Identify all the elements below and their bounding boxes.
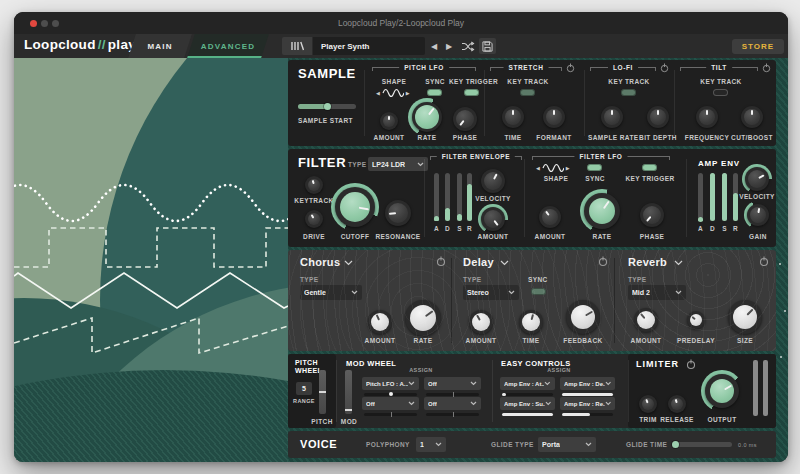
lofi-key-track-toggle[interactable] bbox=[621, 89, 636, 96]
mod-slot3-amount-slider[interactable] bbox=[364, 413, 417, 416]
pitch-lfo-rate-knob[interactable] bbox=[412, 102, 442, 132]
filter-env-amount-knob[interactable] bbox=[481, 207, 505, 231]
filter-cutoff-knob[interactable] bbox=[335, 187, 375, 227]
shape-next-icon[interactable]: ▶ bbox=[566, 165, 570, 171]
reverb-predelay-knob[interactable] bbox=[687, 311, 705, 329]
stretch-time-knob[interactable] bbox=[502, 106, 524, 128]
easy-slot3-slider[interactable] bbox=[502, 413, 553, 416]
filter-lfo-rate-knob[interactable] bbox=[584, 193, 620, 229]
mod-wheel[interactable] bbox=[345, 370, 352, 414]
amp-env-velocity-knob[interactable] bbox=[745, 167, 769, 191]
preset-save-button[interactable] bbox=[479, 38, 496, 54]
limiter-output-knob[interactable] bbox=[705, 374, 739, 408]
preset-browse-button[interactable] bbox=[282, 37, 312, 55]
store-button[interactable]: STORE bbox=[732, 39, 784, 54]
stretch-power-icon[interactable] bbox=[566, 63, 575, 73]
amp-env-sustain-slider[interactable] bbox=[722, 173, 727, 221]
reverb-size-knob[interactable] bbox=[728, 300, 762, 334]
easy-slot4-slider[interactable] bbox=[562, 413, 613, 416]
tab-main-label[interactable]: MAIN bbox=[132, 42, 188, 51]
shape-next-icon[interactable]: ▶ bbox=[406, 90, 410, 96]
polyphony-dropdown[interactable]: 1 bbox=[416, 437, 446, 452]
filter-lfo-key-trigger-toggle[interactable] bbox=[642, 164, 657, 171]
mod-slot4-amount-slider[interactable] bbox=[426, 413, 479, 416]
glide-time-slider[interactable] bbox=[672, 442, 732, 447]
easy-slot4-dropdown[interactable]: Amp Env : Re... bbox=[560, 397, 615, 410]
limiter-release-knob[interactable] bbox=[668, 395, 686, 413]
stretch-key-track-toggle[interactable] bbox=[520, 89, 535, 96]
reverb-chevron-icon[interactable] bbox=[674, 260, 683, 266]
filter-lfo-shape-selector[interactable]: ◀ ▶ bbox=[536, 162, 576, 173]
delay-power-icon[interactable] bbox=[598, 256, 608, 267]
lofi-power-icon[interactable] bbox=[660, 63, 669, 73]
delay-chevron-icon[interactable] bbox=[500, 260, 509, 266]
mod-slot1-dropdown[interactable]: Pitch LFO : A... bbox=[362, 377, 419, 390]
preset-prev-button[interactable]: ◀ bbox=[431, 42, 437, 51]
lofi-bit-depth-knob[interactable] bbox=[647, 106, 669, 128]
preset-shuffle-icon[interactable] bbox=[461, 41, 475, 52]
filter-lfo-phase-knob[interactable] bbox=[640, 203, 664, 227]
mod-slot4-dropdown[interactable]: Off bbox=[424, 397, 481, 410]
easy-slot3-dropdown[interactable]: Amp Env : Su... bbox=[500, 397, 555, 410]
filter-lfo-sync-toggle[interactable] bbox=[587, 164, 602, 171]
preset-next-button[interactable]: ▶ bbox=[446, 42, 452, 51]
chorus-chevron-icon[interactable] bbox=[344, 260, 353, 266]
filter-env-decay-slider[interactable] bbox=[445, 173, 450, 221]
pitch-lfo-sync-toggle[interactable] bbox=[427, 89, 442, 96]
stretch-formant-knob[interactable] bbox=[543, 106, 565, 128]
easy-slot1-dropdown[interactable]: Amp Env : At... bbox=[500, 377, 555, 390]
tilt-power-icon[interactable] bbox=[762, 63, 771, 73]
limiter-power-icon[interactable] bbox=[686, 359, 696, 370]
preset-field[interactable]: Player Synth bbox=[313, 37, 425, 55]
filter-drive-knob[interactable] bbox=[305, 210, 323, 228]
reverb-amount-knob[interactable] bbox=[634, 308, 658, 332]
sample-start-slider[interactable] bbox=[298, 104, 356, 109]
pitch-range-label: RANGE bbox=[292, 398, 316, 404]
pitch-lfo-key-trigger-toggle[interactable] bbox=[464, 89, 479, 96]
pitch-range-value[interactable]: 5 bbox=[296, 382, 312, 395]
chorus-rate-knob[interactable] bbox=[405, 300, 441, 336]
save-icon bbox=[482, 41, 493, 52]
filter-env-velocity-knob[interactable] bbox=[481, 169, 505, 193]
tilt-frequency-knob[interactable] bbox=[696, 106, 718, 128]
pitch-lfo-amount-knob[interactable] bbox=[380, 112, 398, 130]
tab-advanced-label[interactable]: ADVANCED bbox=[191, 42, 265, 51]
filter-keytrack-knob[interactable] bbox=[305, 176, 323, 194]
easy-slot2-dropdown[interactable]: Amp Env : De... bbox=[560, 377, 615, 390]
easy-slot2-slider[interactable] bbox=[562, 393, 613, 396]
lfo-shape-selector[interactable]: ◀ ▶ bbox=[376, 87, 416, 98]
filter-resonance-knob[interactable] bbox=[385, 200, 411, 226]
filter-env-attack-slider[interactable] bbox=[434, 173, 439, 221]
chorus-amount-knob[interactable] bbox=[368, 310, 392, 334]
filter-env-sustain-slider[interactable] bbox=[457, 173, 462, 221]
filter-type-dropdown[interactable]: LP24 LDR bbox=[368, 157, 428, 171]
glide-type-dropdown[interactable]: Porta bbox=[538, 437, 596, 452]
easy-slot1-slider[interactable] bbox=[502, 393, 553, 396]
shape-prev-icon[interactable]: ◀ bbox=[376, 90, 380, 96]
delay-time-knob[interactable] bbox=[519, 310, 543, 334]
lofi-sample-rate-knob[interactable] bbox=[601, 106, 623, 128]
pitch-lfo-phase-knob[interactable] bbox=[453, 107, 477, 131]
mod-slot2-amount-slider[interactable] bbox=[426, 393, 479, 396]
pitch-wheel[interactable] bbox=[319, 370, 326, 414]
amp-env-gain-knob[interactable] bbox=[747, 204, 769, 226]
amp-env-decay-slider[interactable] bbox=[710, 173, 715, 221]
limiter-trim-knob[interactable] bbox=[639, 395, 657, 413]
shape-prev-icon[interactable]: ◀ bbox=[536, 165, 540, 171]
mod-slot2-dropdown[interactable]: Off bbox=[424, 377, 481, 390]
mod-slot1-amount-slider[interactable] bbox=[364, 393, 417, 396]
tilt-key-track-toggle[interactable] bbox=[713, 89, 728, 96]
chorus-type-dropdown[interactable]: Gentle bbox=[300, 285, 362, 300]
reverb-type-dropdown[interactable]: Mid 2 bbox=[628, 285, 686, 300]
amp-env-attack-slider[interactable] bbox=[698, 173, 703, 221]
delay-amount-knob[interactable] bbox=[469, 310, 493, 334]
filter-drive-label: DRIVE bbox=[294, 233, 334, 240]
delay-type-dropdown[interactable]: Stereo bbox=[463, 285, 519, 300]
mod-slot3-dropdown[interactable]: Off bbox=[362, 397, 419, 410]
chorus-power-icon[interactable] bbox=[436, 256, 446, 267]
reverb-power-icon[interactable] bbox=[759, 256, 769, 267]
delay-sync-toggle[interactable] bbox=[531, 288, 546, 295]
delay-feedback-knob[interactable] bbox=[566, 300, 600, 334]
filter-lfo-amount-knob[interactable] bbox=[539, 206, 561, 228]
tilt-cutboost-knob[interactable] bbox=[741, 106, 763, 128]
